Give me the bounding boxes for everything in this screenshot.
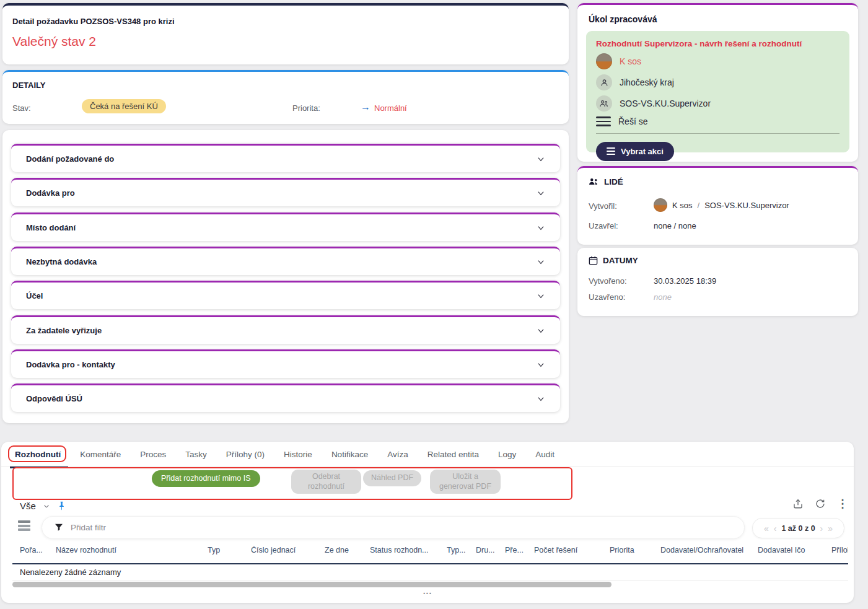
people-panel-heading-row: LIDÉ [589,177,623,186]
remove-decision-button[interactable]: Odebrat rozhodnutí [291,470,361,494]
avatar [596,53,612,69]
tab-rozhodnuti[interactable]: Rozhodnutí [14,447,62,462]
page: Detail požadavku POZSOS-VS348 pro krizi … [0,0,868,609]
task-panel-heading: Úkol zpracovává [589,14,657,24]
tab-notifikace[interactable]: Notifikace [330,447,369,462]
tab-label: Rozhodnutí [15,450,61,459]
column-header[interactable]: Priorita [610,546,660,554]
save-generate-pdf-button[interactable]: Uložit a generovat PDF [430,470,501,494]
priority-value: Normální [374,103,407,113]
drag-handle-icon[interactable]: ... [1,586,854,596]
select-action-button[interactable]: Vybrat akci [596,142,674,161]
accordion-label: Za žadatele vyřizuje [26,326,102,335]
tab-label: Komentáře [80,450,121,459]
accordion-misto-dodani[interactable]: Místo dodání [11,212,560,241]
tab-label: Notifikace [331,450,368,459]
column-header[interactable]: Pořa... [20,546,56,554]
dates-panel-card: DATUMY Vytvořeno: 30.03.2025 18:39 Uzavř… [577,248,858,316]
tab-logy[interactable]: Logy [497,447,517,462]
prev-page-icon[interactable]: ‹ [774,524,777,533]
tab-prilohy[interactable]: Přílohy (0) [225,447,266,462]
column-header[interactable]: Typ [208,546,251,554]
pagination: « ‹ 1 až 0 z 0 › » [752,518,844,538]
dates-panel-heading: DATUMY [603,256,638,265]
accordion-dodavka-pro[interactable]: Dodávka pro [11,178,560,206]
refresh-icon[interactable] [814,497,826,510]
accordion-za-zadatele-vyrizuje[interactable]: Za žadatele vyřizuje [11,315,560,344]
page-title: Detail požadavku POZSOS-VS348 pro krizi [12,17,175,26]
accordion-label: Místo dodání [26,223,76,232]
column-header[interactable]: Počet řešení [534,546,610,554]
tab-aviza[interactable]: Avíza [386,447,410,462]
chevron-down-icon [537,155,545,164]
filter-input[interactable] [42,516,745,539]
tab-audit[interactable]: Audit [534,447,556,462]
column-header[interactable]: Ze dne [325,546,370,554]
task-panel-card: Úkol zpracovává Rozhodnutí Supervizora -… [577,3,858,162]
divider [1,466,854,467]
menu-icon [607,147,615,155]
created-at-label: Vytvořeno: [589,276,627,286]
tab-label: Audit [535,450,555,459]
column-header[interactable]: Příloh [831,546,848,554]
closed-by-value: none / none [654,221,696,230]
pagination-text: 1 až 0 z 0 [781,524,815,533]
closed-at-label: Uzavřeno: [589,292,625,302]
tab-label: Avíza [387,450,408,459]
column-header[interactable]: Status rozhodn... [370,546,447,554]
column-header[interactable]: Dru... [476,546,505,554]
next-page-icon[interactable]: › [820,524,823,533]
last-page-icon[interactable]: » [828,524,833,533]
view-selector[interactable]: Vše [20,501,66,511]
first-page-icon[interactable]: « [764,524,769,533]
closed-by-label: Uzavřel: [589,221,618,230]
people-panel-heading: LIDÉ [604,177,623,186]
column-header[interactable]: Název rozhodnutí [56,546,208,554]
accordion-nezbytna-dodavka[interactable]: Nezbytná dodávka [11,247,560,275]
accordion-ucel[interactable]: Účel [11,281,560,309]
chevron-down-icon [537,189,545,198]
column-header[interactable]: Typ... [447,546,476,554]
table-header-row: Pořa... Název rozhodnutí Typ Číslo jedna… [12,546,848,564]
tab-komentare[interactable]: Komentáře [79,447,122,462]
export-icon[interactable] [792,497,804,510]
accordion-label: Dodávka pro - kontakty [26,360,115,369]
task-state: Řeší se [618,116,647,126]
tab-label: Logy [498,450,516,459]
row-density-icon[interactable] [18,520,30,533]
accordion-dodani-pozadovane-do[interactable]: Dodání požadované do [11,144,560,172]
created-at-value: 30.03.2025 18:39 [654,276,716,286]
column-header[interactable]: Pře... [505,546,534,554]
accordion-label: Dodávka pro [26,188,75,198]
tab-tasky[interactable]: Tasky [184,447,208,462]
tab-proces[interactable]: Proces [139,447,167,462]
preview-pdf-button[interactable]: Náhled PDF [363,470,421,486]
add-decision-button[interactable]: Přidat rozhodnutí mimo IS [152,470,260,487]
column-header[interactable]: Číslo jednací [251,546,325,554]
tab-related-entita[interactable]: Related entita [426,447,480,462]
created-by-value: K sos / SOS-VS.KU.Supervizor [654,198,789,212]
kebab-menu-icon[interactable]: ⋮ [836,497,849,510]
task-role-row: SOS-VS.KU.Supervizor [596,95,840,112]
task-role: SOS-VS.KU.Supervizor [620,99,711,108]
group-icon [596,95,612,112]
column-header[interactable]: Dodavatel/Ochraňovatel [660,546,758,554]
priority-arrow-icon: → [361,102,370,113]
status-badge: Čeká na řešení KÚ [82,99,166,113]
dates-panel-heading-row: DATUMY [589,256,638,265]
pin-icon[interactable] [57,501,66,511]
task-assignee-row: K sos [596,53,840,69]
divider [12,580,848,581]
details-card: DETAILY Stav: Čeká na řešení KÚ Priorita… [2,70,569,124]
tab-label: Related entita [427,450,479,459]
request-subtitle: Valečný stav 2 [12,34,96,49]
accordion-dodavka-pro-kontakty[interactable]: Dodávka pro - kontakty [11,349,560,378]
accordion-odpovedi-usu[interactable]: Odpovědi ÚSÚ [11,383,560,412]
chevron-down-icon [537,224,545,232]
people-panel-card: LIDÉ Vytvořil: K sos / SOS-VS.KU.Supervi… [577,166,858,245]
tab-historie[interactable]: Historie [283,447,313,462]
tab-label: Historie [284,450,312,459]
closed-at-value: none [654,292,672,302]
column-header[interactable]: Dodavatel Ičo [758,546,831,554]
accordion-label: Účel [26,291,43,300]
